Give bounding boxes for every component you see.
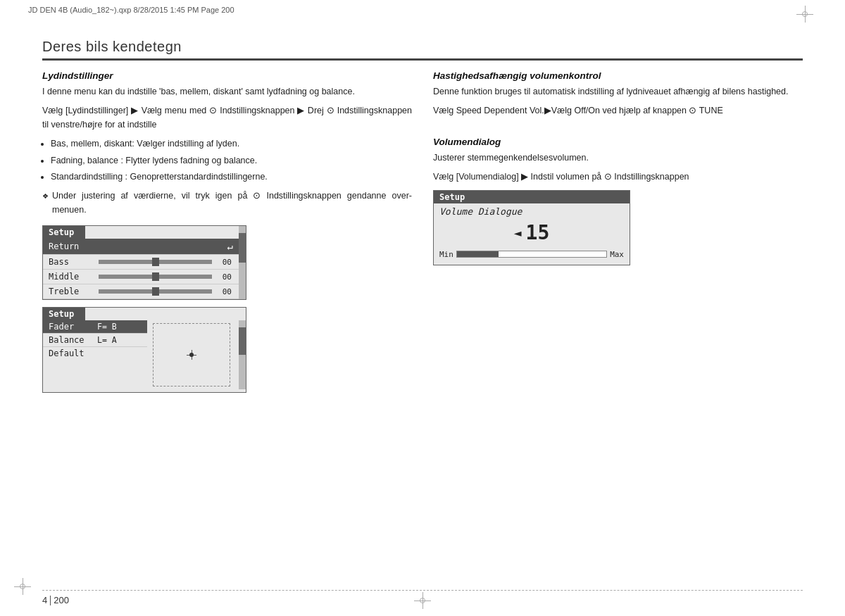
left-section1-title: Lydindstillinger	[42, 70, 412, 81]
title-underline	[42, 58, 803, 61]
setup-row-middle: Middle 00	[43, 270, 246, 284]
bass-slider-thumb	[152, 258, 159, 266]
fader-dot	[189, 353, 194, 357]
top-right-crosshair	[796, 6, 813, 23]
bullet-item-2: Fadning, balance : Flytter lydens fadnin…	[51, 154, 412, 168]
return-label: Return	[49, 241, 94, 251]
setup-box-2: Setup Fader F= B Balance L= A	[42, 307, 246, 393]
left-para2: Vælg [Lydindstillinger] ▶ Vælg menu med …	[42, 104, 412, 132]
setup-box1-scrollbar-thumb	[239, 233, 246, 263]
volume-bar-max: Max	[610, 250, 624, 259]
treble-value: 00	[216, 287, 232, 296]
bass-value: 00	[216, 258, 232, 267]
treble-slider-thumb	[152, 287, 159, 296]
setup-box1-scrollbar[interactable]	[239, 226, 246, 299]
setup-box2-scrollbar-thumb	[239, 327, 246, 355]
setup-row-return: Return ↵	[43, 239, 246, 255]
note-item: Under justering af værdierne, vil tryk i…	[42, 189, 412, 217]
middle-slider-thumb	[152, 272, 159, 281]
left-para1: I denne menu kan du indstille 'bas, mell…	[42, 85, 412, 99]
default-label: Default	[49, 348, 94, 358]
return-arrow: ↵	[227, 241, 233, 252]
setup-row-bass: Bass 00	[43, 255, 246, 270]
right-para1: Denne funktion bruges til automatisk ind…	[433, 85, 803, 99]
balance-label: Balance	[49, 335, 94, 345]
setup-box-1: Setup Return ↵ Bass 00	[42, 225, 246, 300]
right-section1-title: Hastighedsafhængig volumenkontrol	[433, 70, 803, 81]
fader-diagram	[153, 323, 230, 386]
setup-box1-header: Setup	[43, 226, 85, 239]
section-title: Deres bils kendetegn	[42, 39, 182, 55]
middle-value: 00	[216, 272, 232, 282]
volume-number-row: ◄ 15	[434, 218, 630, 247]
fader-row-fader: Fader F= B	[43, 320, 147, 334]
page-footer: 4 200	[42, 590, 803, 605]
middle-slider[interactable]	[99, 275, 212, 279]
page-wrapper: JD DEN 4B (Audio_182~).qxp 8/28/2015 1:4…	[0, 0, 845, 616]
volume-bar-row: Min Max	[434, 247, 630, 265]
bottom-left-crosshair	[14, 578, 31, 595]
volume-dialog-box: Setup Volume Dialogue ◄ 15 Min Max	[433, 190, 630, 265]
bullet-item-1: Bas, mellem, diskant: Vælger indstilling…	[51, 137, 412, 151]
fader-value-right: F= B	[97, 322, 117, 332]
fader-row-default: Default	[43, 347, 147, 360]
volume-bar-track	[456, 251, 607, 258]
bullet-item-3: Standardindstilling : Genopretterstandar…	[51, 170, 412, 184]
footer-page-num1: 4	[42, 595, 47, 605]
page-header: JD DEN 4B (Audio_182~).qxp 8/28/2015 1:4…	[28, 6, 817, 14]
bass-label: Bass	[49, 257, 94, 267]
volume-bar-min: Min	[439, 250, 453, 259]
volume-bar-fill	[457, 251, 499, 257]
speaker-icon: ◄	[514, 225, 522, 240]
balance-value: L= A	[97, 335, 117, 345]
right-column: Hastighedsafhængig volumenkontrol Denne …	[433, 70, 803, 574]
setup-box2-header: Setup	[43, 308, 85, 320]
right-para4: Vælg [Volumendialog] ▶ Indstil volumen p…	[433, 170, 803, 184]
fader-label: Fader	[49, 322, 94, 332]
volume-dialog-header: Setup	[434, 191, 630, 203]
right-para3: Justerer stemmegenkendelsesvolumen.	[433, 151, 803, 165]
volume-dialog-title: Volume Dialogue	[434, 203, 630, 218]
treble-label: Treble	[49, 287, 94, 296]
setup-row-treble: Treble 00	[43, 284, 246, 299]
footer-separator	[50, 596, 51, 605]
content-area: Lydindstillinger I denne menu kan du ind…	[42, 70, 803, 574]
bullet-list: Bas, mellem, diskant: Vælger indstilling…	[51, 137, 412, 184]
fader-row-balance: Balance L= A	[43, 334, 147, 347]
middle-label: Middle	[49, 272, 94, 282]
bass-slider[interactable]	[99, 260, 212, 264]
treble-slider[interactable]	[99, 289, 212, 294]
file-info: JD DEN 4B (Audio_182~).qxp 8/28/2015 1:4…	[28, 6, 234, 14]
right-section2-title: Volumendialog	[433, 137, 803, 147]
volume-number: 15	[526, 221, 550, 244]
footer-page-num2: 200	[54, 595, 69, 605]
right-para2: Vælg Speed Dependent Vol.▶Vælg Off/On ve…	[433, 104, 803, 118]
left-column: Lydindstillinger I denne menu kan du ind…	[42, 70, 412, 574]
